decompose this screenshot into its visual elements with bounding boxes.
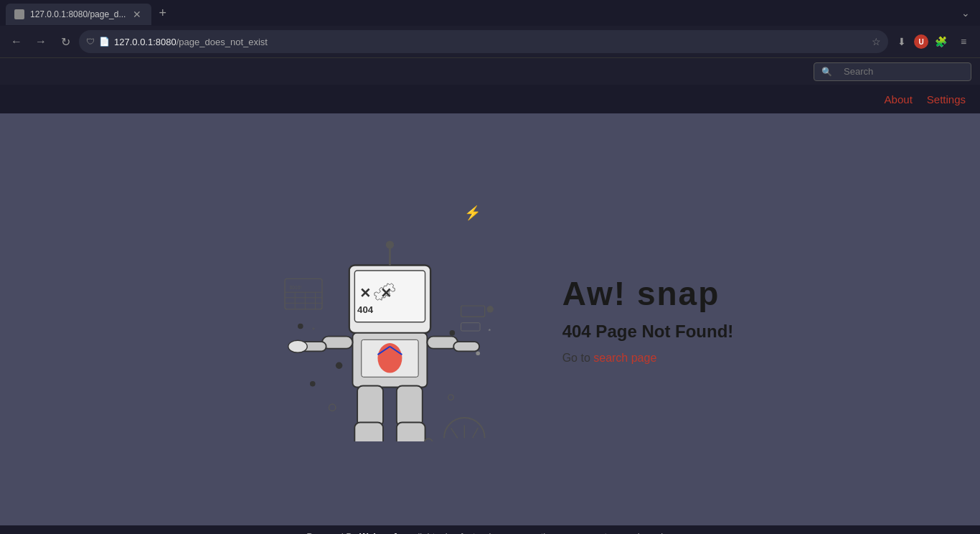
powered-by-suffix: - a lightening fast, privacy respecting,… [402,531,674,534]
tab-title: 127.0.0.1:8080/page_d... [30,9,126,19]
browser-search-input[interactable] [837,63,966,80]
footer: Powered By Websurfx - a lightening fast,… [0,525,980,534]
svg-point-14 [377,343,402,373]
active-tab[interactable]: 127.0.0.1:8080/page_d... ✕ [6,4,151,25]
svg-point-48 [298,324,303,329]
bookmark-icon[interactable]: ☆ [872,36,881,47]
svg-point-19 [288,340,306,352]
reload-button[interactable]: ↻ [55,31,76,52]
svg-rect-26 [397,423,425,441]
svg-text:✕: ✕ [359,286,371,301]
svg-rect-21 [453,342,479,351]
url-host: 127.0.0.1:8080 [114,37,176,47]
svg-rect-37 [461,323,479,331]
svg-rect-22 [357,386,383,427]
back-button[interactable]: ← [6,31,27,52]
svg-point-47 [310,381,316,387]
nav-bar: ← → ↻ 🛡 📄 127.0.0.1:8080/page_does_not_e… [0,26,980,57]
forward-button[interactable]: → [30,31,52,52]
svg-point-39 [448,395,453,400]
error-desc-prefix: Go to [562,352,594,364]
powered-by-prefix: Powered By [306,531,359,534]
search-icon: 🔍 [821,67,832,77]
page-icon: 📄 [99,37,110,47]
brand-name: Websurfx [359,531,402,534]
menu-button[interactable]: ≡ [953,31,974,52]
tab-bar: 127.0.0.1:8080/page_d... ✕ + ⌄ [0,0,980,26]
url-path: /page_does_not_exist [176,37,268,47]
app-nav: About Settings [0,85,980,113]
address-bar[interactable]: 🛡 📄 127.0.0.1:8080/page_does_not_exist ☆ [79,30,888,53]
svg-rect-23 [354,423,383,441]
svg-rect-25 [397,386,423,427]
main-content: # // ⚡ ✕ ✕ 404 [0,113,980,525]
security-icon: 🛡 [86,37,95,47]
svg-text:0010!: 0010! [289,285,301,290]
svg-rect-28 [285,278,322,309]
svg-point-11 [385,240,393,248]
settings-nav-link[interactable]: Settings [927,93,966,106]
extensions-button[interactable]: 🧩 [930,31,951,52]
svg-point-50 [486,306,493,312]
new-tab-button[interactable]: + [154,6,171,21]
content-wrapper: # // ⚡ ✕ ✕ 404 [0,183,980,456]
svg-point-38 [329,404,335,411]
robot-illustration: # // ⚡ ✕ ✕ 404 [247,197,519,441]
tab-list-button[interactable]: ⌄ [957,7,974,19]
error-subtitle: 404 Page Not Found! [562,322,734,342]
tab-close-button[interactable]: ✕ [131,9,143,20]
ublock-icon[interactable]: U [914,34,928,49]
svg-point-49 [476,351,480,355]
powered-by-text: Powered By Websurfx - a lightening fast,… [306,531,673,534]
browser-toolbar: ⬇ U 🧩 ≡ [891,31,974,52]
about-nav-link[interactable]: About [885,93,913,106]
svg-text:*: * [311,326,315,334]
svg-point-45 [336,362,342,369]
svg-text:⚡: ⚡ [464,205,481,221]
svg-text:404: 404 [357,304,374,315]
svg-text:*: * [488,327,491,334]
svg-rect-36 [461,306,484,317]
svg-point-46 [449,330,455,336]
svg-line-42 [451,428,457,438]
browser-search-bar-row: 🔍 [0,57,980,85]
svg-line-44 [472,428,478,438]
url-display: 127.0.0.1:8080/page_does_not_exist [114,37,867,47]
error-description: Go to search page [562,352,734,365]
error-text-block: Aw! snap 404 Page Not Found! Go to searc… [562,274,734,365]
tab-favicon [14,9,24,19]
search-page-link[interactable]: search page [593,352,656,364]
error-title: Aw! snap [562,274,734,313]
downloads-button[interactable]: ⬇ [891,31,913,52]
